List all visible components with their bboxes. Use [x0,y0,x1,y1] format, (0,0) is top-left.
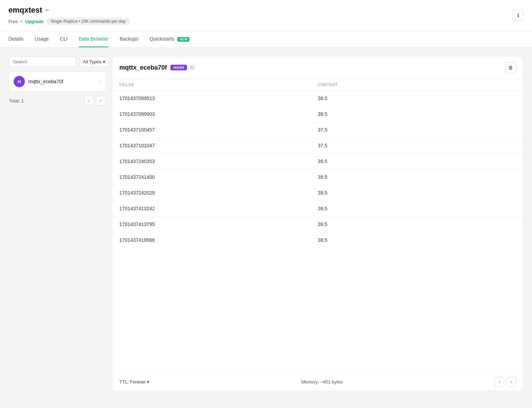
table-row: 1701437100457 37.5 [112,122,523,138]
nav-tabs: Details Usage CLI Data Browser Backups Q… [0,31,532,48]
content-cell: 39.5 [318,111,516,117]
field-cell: 1701437100457 [119,127,318,133]
table-row: 1701437241400 39.5 [112,169,523,185]
top-bar: emqxtest ✏ Free • Upgrade Single Replica… [0,0,532,31]
plan-dot: • [21,19,22,24]
upgrade-link[interactable]: Upgrade [25,19,44,24]
app-title: emqxtest [8,6,42,15]
copy-button[interactable]: ⧉ [190,64,194,71]
table-row: 1701437099513 38.5 [112,91,523,106]
field-cell: 1701437413242 [119,206,318,211]
field-cell: 1701437099513 [119,96,318,101]
chevron-down-icon: ▾ [103,59,105,64]
key-name: mqttx_eceba70f [119,64,167,71]
content-cell: 39.5 [318,221,516,227]
right-pagination: ‹ › [495,377,516,387]
right-panel-header: mqttx_eceba70f HASH ⧉ 🗑 [112,56,523,79]
total-count: Total: 1 [9,98,24,104]
app-title-row: emqxtest ✏ [8,6,130,15]
table-row: 1701437242029 39.5 [112,185,523,201]
type-select-label: All Types [83,59,102,64]
tab-data-browser[interactable]: Data Browser [79,31,108,47]
table-header: FIELDS CONTENT [112,79,523,91]
list-item-name: mqttx_eceba70f [28,79,96,84]
ttl-chevron-icon: ▾ [147,379,149,385]
content-cell: 38.5 [318,96,516,101]
tab-backups[interactable]: Backups [120,31,139,47]
field-cell: 1701437419566 [119,237,318,243]
table-row: 1701437101047 37.5 [112,138,523,154]
table-body: 1701437099513 38.5 1701437099903 39.5 17… [112,91,523,248]
field-cell: 1701437240353 [119,159,318,164]
left-panel: All Types ▾ ↻ + H mqttx_eceba70f › Total… [8,56,106,391]
right-panel-footer: TTL: Forever ▾ Memory: ~451 bytes ‹ › [112,372,523,391]
next-page-button[interactable]: › [96,96,106,106]
content-cell: 37.5 [318,127,516,133]
content-cell: 37.5 [318,143,516,148]
field-cell: 1701437099903 [119,111,318,117]
type-select[interactable]: All Types ▾ [79,57,109,67]
content-cell: 39.5 [318,159,516,164]
memory-info: Memory: ~451 bytes [301,379,343,385]
content-cell: 39.5 [318,174,516,180]
content-cell: 39.5 [318,206,516,211]
delete-button[interactable]: 🗑 [505,62,516,73]
search-input[interactable] [8,56,76,67]
tab-cli[interactable]: CLI [60,31,68,47]
avatar: H [14,76,25,87]
tab-usage[interactable]: Usage [35,31,49,47]
plan-free-label: Free [8,19,18,24]
ttl-select[interactable]: TTL: Forever ▾ [119,379,149,385]
field-cell: 1701437242029 [119,190,318,196]
right-prev-page-button[interactable]: ‹ [495,377,504,387]
table-row: 1701437240353 39.5 [112,154,523,169]
content-column-header: CONTENT [318,83,516,87]
top-bar-left: emqxtest ✏ Free • Upgrade Single Replica… [8,6,130,25]
tab-details[interactable]: Details [8,31,23,47]
right-panel: mqttx_eceba70f HASH ⧉ 🗑 FIELDS CONTENT 1… [112,56,524,391]
main-content: All Types ▾ ↻ + H mqttx_eceba70f › Total… [0,48,532,400]
plan-row: Free • Upgrade Single Replica • 10K comm… [8,17,130,25]
hash-type-badge: HASH [170,65,187,70]
left-panel-controls: All Types ▾ ↻ + [8,56,106,67]
tab-quickstarts[interactable]: Quickstarts NEW [150,31,189,47]
info-button[interactable]: ℹ [512,10,524,21]
prev-page-button[interactable]: ‹ [84,96,94,106]
edit-icon[interactable]: ✏ [45,7,49,13]
field-cell: 1701437241400 [119,174,318,180]
content-cell: 38.5 [318,237,516,243]
fields-column-header: FIELDS [119,83,318,87]
left-panel-footer: Total: 1 ‹ › [8,96,106,106]
list-item[interactable]: H mqttx_eceba70f › [8,71,106,92]
table-row: 1701437413795 39.5 [112,217,523,232]
field-cell: 1701437413795 [119,221,318,227]
right-next-page-button[interactable]: › [506,377,516,387]
key-title-row: mqttx_eceba70f HASH ⧉ [119,64,194,71]
ttl-label: TTL: Forever [119,379,146,385]
field-cell: 1701437101047 [119,143,318,148]
delete-icon: 🗑 [508,65,513,70]
new-badge: NEW [177,37,189,42]
table-row: 1701437419566 38.5 [112,232,523,248]
info-icon: ℹ [517,13,519,18]
content-cell: 39.5 [318,190,516,196]
chevron-right-icon: › [100,79,101,84]
table-row: 1701437413242 39.5 [112,201,523,217]
plan-info-badge: Single Replica • 10K commands per day [46,17,130,25]
left-pagination: ‹ › [84,96,106,106]
table-row: 1701437099903 39.5 [112,106,523,122]
